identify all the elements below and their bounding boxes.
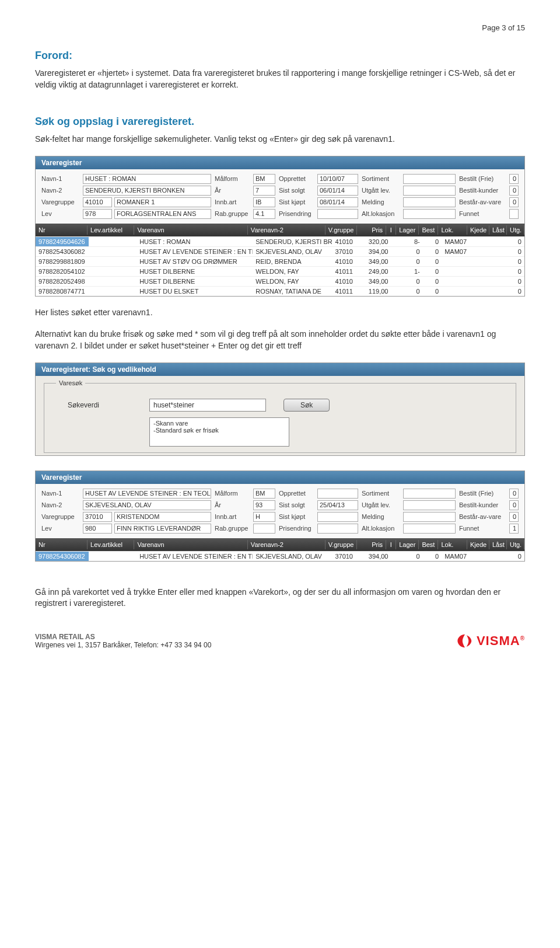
- form-field[interactable]: 93: [253, 500, 275, 510]
- table-cell: [492, 247, 508, 256]
- form-field[interactable]: [509, 209, 519, 219]
- form-field[interactable]: FINN RIKTIG LEVERANDØR: [114, 524, 211, 534]
- form-field[interactable]: [403, 500, 456, 510]
- search-input[interactable]: huset*steiner: [149, 399, 266, 412]
- column-header[interactable]: Best: [419, 225, 438, 235]
- column-header[interactable]: Nr: [36, 540, 88, 549]
- form-field[interactable]: BM: [253, 174, 275, 184]
- column-header[interactable]: Kjede: [467, 225, 489, 235]
- form-field[interactable]: [403, 186, 456, 196]
- form-label: Alt.lokasjon: [362, 210, 400, 217]
- form-field[interactable]: FORLAGSENTRALEN ANS: [114, 209, 211, 219]
- form-field[interactable]: [403, 197, 456, 207]
- form-field[interactable]: [403, 524, 456, 534]
- form-field[interactable]: HUSET : ROMAN: [83, 174, 211, 184]
- form-field[interactable]: IB: [253, 197, 275, 207]
- column-header[interactable]: I: [386, 540, 396, 549]
- form-field[interactable]: 37010: [83, 512, 112, 522]
- form-field[interactable]: 41010: [83, 197, 112, 207]
- form-field[interactable]: [317, 512, 358, 522]
- form-field[interactable]: 4.1: [253, 209, 275, 219]
- form-field[interactable]: KRISTENDOM: [114, 512, 211, 522]
- table-cell: 0: [423, 267, 442, 276]
- form-field[interactable]: 06/01/14: [317, 186, 358, 196]
- form-field[interactable]: 08/01/14: [317, 197, 358, 207]
- form-field[interactable]: HUSET AV LEVENDE STEINER : EN TEOLOGI FO: [83, 489, 211, 499]
- form-label: Navn-1: [41, 175, 79, 182]
- form-field[interactable]: [403, 489, 456, 499]
- column-header[interactable]: Låst: [489, 225, 507, 235]
- form-field[interactable]: SENDERUD, KJERSTI BRONKEN: [83, 186, 211, 196]
- list-item: -Standard søk er frisøk: [153, 427, 285, 434]
- table-row[interactable]: 9788254306082HUSET AV LEVENDE STEINER : …: [36, 246, 524, 256]
- table-row[interactable]: 9788280874771HUSET DU ELSKETROSNAY, TATI…: [36, 286, 524, 296]
- form-field[interactable]: [317, 489, 358, 499]
- form-label: År: [215, 187, 250, 194]
- form-field[interactable]: 0: [509, 197, 519, 207]
- table-row[interactable]: 9788299881809HUSET AV STØV OG DRØMMERREI…: [36, 256, 524, 266]
- form-field[interactable]: 0: [509, 489, 519, 499]
- column-header[interactable]: Pris: [357, 540, 386, 549]
- form-field[interactable]: BM: [253, 489, 275, 499]
- column-header[interactable]: Utg.: [507, 540, 524, 549]
- column-header[interactable]: Lok.: [438, 225, 467, 235]
- form-field[interactable]: [317, 524, 358, 534]
- table-cell: [471, 277, 492, 286]
- form-field[interactable]: [253, 524, 275, 534]
- table-row[interactable]: 9788282052498HUSET DILBERNEWELDON, FAY41…: [36, 276, 524, 286]
- table-row[interactable]: 9788282054102HUSET DILBERNEWELDON, FAY41…: [36, 266, 524, 276]
- table-cell: 9788282054102: [36, 267, 89, 276]
- column-header[interactable]: Låst: [489, 540, 507, 549]
- column-header[interactable]: Nr: [36, 225, 88, 235]
- column-header[interactable]: Varenavn-2: [248, 540, 326, 549]
- column-header[interactable]: Varenavn-2: [248, 225, 326, 235]
- table-row[interactable]: 9788254306082HUSET AV LEVENDE STEINER : …: [36, 551, 524, 561]
- column-header[interactable]: Utg.: [507, 225, 524, 235]
- form-field[interactable]: 0: [509, 174, 519, 184]
- form-field[interactable]: SKJEVESLAND, OLAV: [83, 500, 211, 510]
- column-header[interactable]: V.gruppe: [326, 540, 358, 549]
- form-field[interactable]: 7: [253, 186, 275, 196]
- search-button[interactable]: Søk: [284, 399, 330, 412]
- table-cell: 9788254306082: [36, 552, 89, 561]
- form-field[interactable]: 978: [83, 209, 112, 219]
- form-field[interactable]: 0: [509, 512, 519, 522]
- form-field[interactable]: 10/10/07: [317, 174, 358, 184]
- table-cell: 349,00: [362, 257, 391, 266]
- form-field[interactable]: [317, 209, 358, 219]
- form-field[interactable]: [403, 209, 456, 219]
- form-field[interactable]: [403, 512, 456, 522]
- form-field[interactable]: H: [253, 512, 275, 522]
- column-header[interactable]: Lev.artikkel: [88, 225, 134, 235]
- table-row[interactable]: 9788249504626HUSET : ROMANSENDERUD, KJER…: [36, 236, 524, 246]
- mid-paragraph-2: Alternativt kan du bruke frisøk og søke …: [35, 329, 525, 351]
- table-cell: [391, 257, 401, 266]
- column-header[interactable]: Pris: [357, 225, 386, 235]
- form-field[interactable]: ROMANER 1: [114, 197, 211, 207]
- form-label: Melding: [362, 198, 400, 205]
- column-header[interactable]: Lager: [396, 225, 419, 235]
- table-cell: MAM07: [442, 247, 471, 256]
- column-header[interactable]: Lager: [396, 540, 419, 549]
- fieldset-legend: Varesøk: [56, 379, 85, 386]
- column-header[interactable]: Lev.artikkel: [88, 540, 134, 549]
- column-header[interactable]: Kjede: [467, 540, 489, 549]
- column-header[interactable]: V.gruppe: [326, 225, 358, 235]
- form-field[interactable]: 25/04/13: [317, 500, 358, 510]
- form-field[interactable]: [403, 174, 456, 184]
- form-label: Sist kjøpt: [279, 513, 314, 520]
- section2-text: Søk-feltet har mange forskjellige søkemu…: [35, 134, 525, 145]
- window-title: Vareregister: [36, 156, 524, 169]
- form-field[interactable]: 980: [83, 524, 112, 534]
- form-field[interactable]: 0: [509, 500, 519, 510]
- column-header[interactable]: Varenavn: [134, 540, 247, 549]
- column-header[interactable]: I: [386, 225, 396, 235]
- search-hints-listbox[interactable]: -Skann vare -Standard søk er frisøk: [149, 417, 289, 447]
- column-header[interactable]: Best: [419, 540, 438, 549]
- column-header[interactable]: Varenavn: [134, 225, 247, 235]
- column-header[interactable]: Lok.: [438, 540, 467, 549]
- form-field[interactable]: 0: [509, 186, 519, 196]
- form-field[interactable]: 1: [509, 524, 519, 534]
- table-cell: 9788254306082: [36, 247, 89, 256]
- table-cell: 9788282052498: [36, 277, 89, 286]
